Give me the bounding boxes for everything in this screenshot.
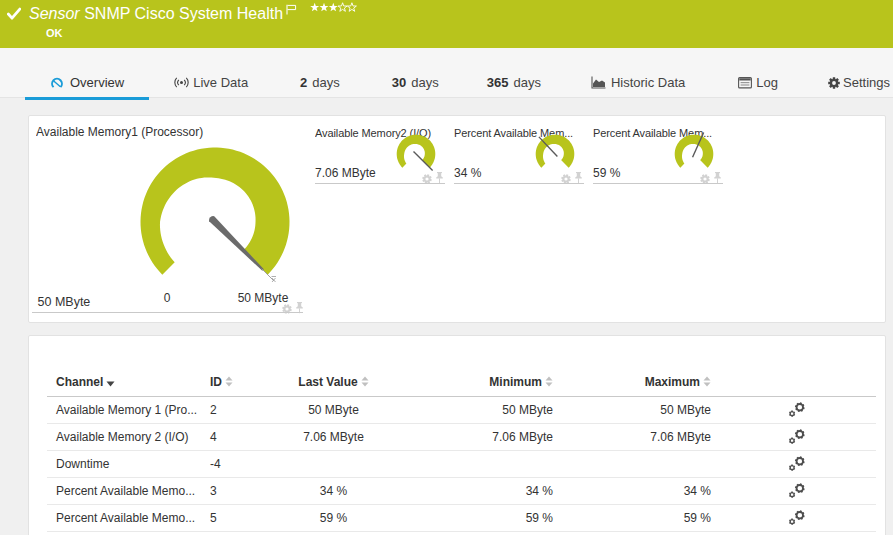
channels-table: Channel ID Last Value Minimum Maximum Av…	[47, 368, 876, 532]
table-row: Available Memory 2 (I/O)47.06 MByte7.06 …	[47, 423, 876, 450]
table-row: Percent Available Memo...559 %59 %59 %	[47, 505, 876, 532]
sort-both-icon	[361, 376, 369, 387]
cell-actions	[711, 450, 876, 477]
priority-stars[interactable]	[310, 2, 357, 13]
channel-settings-gears-icon[interactable]	[789, 429, 806, 445]
cell-channel[interactable]: Available Memory 1 (Pro...	[47, 396, 210, 423]
channel-settings-gears-icon[interactable]	[789, 510, 806, 526]
tab-label: days	[513, 75, 540, 90]
cell-maximum: 34 %	[553, 478, 711, 505]
channel-settings-gears-icon[interactable]	[789, 402, 806, 418]
sensor-name: SNMP Cisco System Health	[84, 5, 283, 22]
tab-label: Live Data	[193, 75, 248, 90]
tab-historic-data[interactable]: Historic Data	[566, 48, 710, 97]
column-header-label: Minimum	[489, 375, 542, 389]
tab-30-days[interactable]: 30days	[365, 48, 464, 97]
tab-prefix: 30	[392, 75, 406, 90]
column-header-maximum[interactable]: Maximum	[553, 368, 711, 396]
tab-label: days	[411, 75, 438, 90]
gauge-value: 59 %	[593, 166, 620, 180]
sensor-type-label: Sensor	[29, 5, 80, 22]
tab-label: days	[312, 75, 339, 90]
cell-actions	[711, 423, 876, 450]
tab-365-days[interactable]: 365days	[464, 48, 566, 97]
cell-id: 4	[210, 423, 270, 450]
cell-maximum	[553, 450, 711, 477]
channels-table-wrap: Channel ID Last Value Minimum Maximum Av…	[47, 368, 876, 532]
flag-icon[interactable]	[286, 4, 298, 15]
cell-channel[interactable]: Percent Available Memo...	[47, 478, 210, 505]
channel-settings-gears-icon[interactable]	[789, 456, 806, 472]
cell-actions	[711, 396, 876, 423]
tab-log[interactable]: Log	[710, 48, 803, 97]
table-row: Downtime-4	[47, 450, 876, 477]
gauge-value: 50 MByte	[38, 295, 91, 309]
table-header-row: Channel ID Last Value Minimum Maximum	[47, 368, 876, 396]
cell-maximum: 59 %	[553, 505, 711, 532]
ok-check-icon	[7, 7, 21, 21]
gauge-value: 7.06 MByte	[315, 166, 376, 180]
cell-last-value: 50 MByte	[270, 396, 397, 423]
cell-id: -4	[210, 450, 270, 477]
tab-label: Settings	[843, 75, 890, 90]
column-header-actions	[711, 368, 876, 396]
tab-bar: Overview Live Data 2days 30days 365days …	[0, 48, 893, 98]
channel-settings-gears-icon[interactable]	[789, 483, 806, 499]
status-badge: OK	[46, 27, 63, 39]
sort-desc-icon	[106, 381, 115, 387]
cell-channel[interactable]: Available Memory 2 (I/O)	[47, 423, 210, 450]
gauge-cell-underline	[454, 183, 584, 184]
gauge-min-label: 0	[164, 291, 171, 305]
tab-label: Overview	[70, 75, 124, 90]
gauge-cell-underline	[315, 183, 445, 184]
gauge-cell-underline	[593, 183, 723, 184]
tab-label: Historic Data	[611, 75, 685, 90]
tab-overview[interactable]: Overview	[25, 48, 149, 97]
gauge-icon	[50, 77, 64, 89]
gauges-panel: Available Memory1 (Processor) 0 50 MByte…	[28, 115, 886, 323]
page-title: Sensor SNMP Cisco System Health	[29, 5, 283, 23]
cell-minimum: 50 MByte	[397, 396, 553, 423]
cell-maximum: 7.06 MByte	[553, 423, 711, 450]
log-icon	[738, 77, 752, 89]
cell-channel[interactable]: Downtime	[47, 450, 210, 477]
tab-settings[interactable]: Settings	[803, 48, 893, 97]
column-header-label: Channel	[56, 375, 103, 389]
cell-minimum: 59 %	[397, 505, 553, 532]
gauge-value: 34 %	[454, 166, 481, 180]
sort-both-icon	[225, 376, 233, 387]
sort-both-icon	[703, 376, 711, 387]
cell-maximum: 50 MByte	[553, 396, 711, 423]
sort-both-icon	[545, 376, 553, 387]
sensor-header: Sensor SNMP Cisco System Health OK	[0, 0, 893, 48]
tab-live-data[interactable]: Live Data	[149, 48, 273, 97]
area-chart-icon	[591, 76, 606, 89]
column-header-minimum[interactable]: Minimum	[397, 368, 553, 396]
cell-minimum: 34 %	[397, 478, 553, 505]
tab-prefix: 2	[300, 75, 307, 90]
tab-prefix: 365	[487, 75, 509, 90]
cell-minimum	[397, 450, 553, 477]
tab-2-days[interactable]: 2days	[273, 48, 365, 97]
gear-icon	[828, 77, 840, 89]
cell-last-value	[270, 450, 397, 477]
live-icon	[174, 77, 189, 88]
gauge-max-label: 50 MByte	[238, 291, 289, 305]
column-header-channel[interactable]: Channel	[47, 368, 210, 396]
table-row: Available Memory 1 (Pro...250 MByte50 MB…	[47, 396, 876, 423]
cell-channel[interactable]: Percent Available Memo...	[47, 505, 210, 532]
gauge-cell-underline	[32, 312, 303, 313]
cell-last-value: 7.06 MByte	[270, 423, 397, 450]
cell-last-value: 34 %	[270, 478, 397, 505]
cell-actions	[711, 505, 876, 532]
cell-id: 2	[210, 396, 270, 423]
column-header-label: Maximum	[645, 375, 700, 389]
column-header-id[interactable]: ID	[210, 368, 270, 396]
cell-minimum: 7.06 MByte	[397, 423, 553, 450]
column-header-last-value[interactable]: Last Value	[270, 368, 397, 396]
cell-last-value: 59 %	[270, 505, 397, 532]
cell-id: 5	[210, 505, 270, 532]
column-header-label: Last Value	[298, 375, 357, 389]
table-row: Percent Available Memo...334 %34 %34 %	[47, 478, 876, 505]
column-header-label: ID	[210, 375, 222, 389]
